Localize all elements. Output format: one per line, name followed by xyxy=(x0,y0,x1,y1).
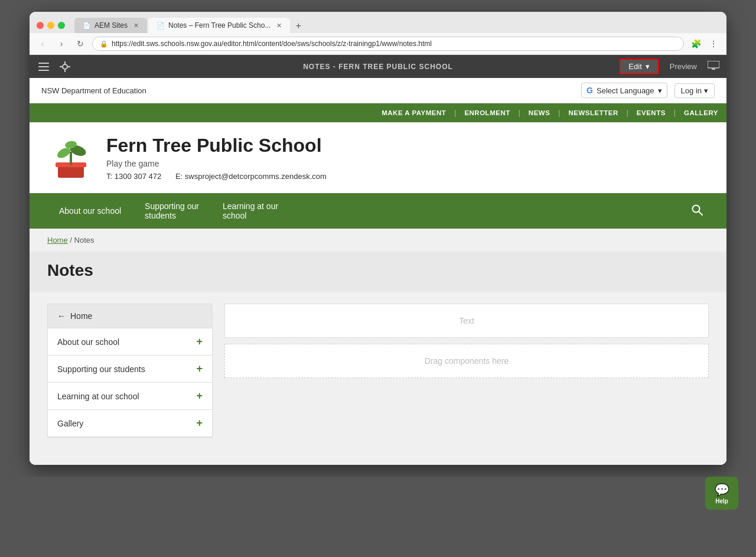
quick-link-newsletter[interactable]: NEWSLETTER xyxy=(560,103,626,122)
main-nav: About our school Supporting ourstudents … xyxy=(30,193,726,229)
svg-rect-0 xyxy=(38,63,49,64)
emulator-icon[interactable] xyxy=(708,61,719,73)
sidebar-about-label: About our school xyxy=(57,337,119,347)
tab-icon-active: 📄 xyxy=(157,22,165,30)
login-label: Log in xyxy=(681,86,702,95)
quick-link-events[interactable]: EVENTS xyxy=(628,103,674,122)
school-logo xyxy=(47,134,94,181)
breadcrumb: Home / Notes xyxy=(30,229,726,252)
login-button[interactable]: Log in ▾ xyxy=(674,83,715,98)
text-placeholder-label: Text xyxy=(459,316,474,325)
url-bar[interactable]: 🔒 https://edit.sws.schools.nsw.gov.au/ed… xyxy=(92,37,684,51)
edit-chevron-icon: ▾ xyxy=(646,62,650,71)
edit-label: Edit xyxy=(628,62,641,71)
sidebar-item-supporting[interactable]: Supporting our students + xyxy=(48,356,212,383)
page-title-section: Notes xyxy=(30,252,726,292)
school-email: E: swsproject@detcorpcomms.zendesk.com xyxy=(175,172,327,181)
aem-toolbar: NOTES - FERN TREE PUBLIC SCHOOL Edit ▾ P… xyxy=(30,55,726,78)
sidebar-gallery-label: Gallery xyxy=(57,419,83,428)
page-title: Notes xyxy=(47,261,709,280)
quick-link-enrolment[interactable]: ENROLMENT xyxy=(456,103,518,122)
quick-link-gallery[interactable]: GALLERY xyxy=(676,103,726,122)
sidebar-item-learning[interactable]: Learning at our school + xyxy=(48,383,212,410)
login-chevron-icon: ▾ xyxy=(704,86,708,95)
content-layout: ← Home About our school + Supporting our… xyxy=(30,292,726,449)
arrow-left-icon: ← xyxy=(57,311,66,321)
title-bar: 📄 AEM Sites ✕ 📄 Notes – Fern Tree Public… xyxy=(30,12,726,33)
drag-placeholder[interactable]: Drag components here xyxy=(224,344,709,378)
properties-icon[interactable] xyxy=(58,60,72,74)
tab-label: AEM Sites xyxy=(94,21,128,30)
sidebar-home-item[interactable]: ← Home xyxy=(48,304,212,328)
quick-link-payment[interactable]: MAKE A PAYMENT xyxy=(373,103,454,122)
fullscreen-traffic-light[interactable] xyxy=(58,22,65,29)
aem-toolbar-left xyxy=(37,60,72,74)
preview-button[interactable]: Preview xyxy=(664,60,703,73)
url-text: https://edit.sws.schools.nsw.gov.au/edit… xyxy=(112,40,676,48)
nav-item-learning-label: Learning at ourschool xyxy=(223,201,278,220)
tab-close-active-btn[interactable]: ✕ xyxy=(276,22,282,30)
nav-search-icon[interactable] xyxy=(685,198,709,224)
utility-bar-right: G Select Language ▾ Log in ▾ xyxy=(581,83,715,98)
nav-item-supporting[interactable]: Supporting ourstudents xyxy=(133,193,211,229)
browser-actions: 🧩 ⋮ xyxy=(689,37,721,51)
new-tab-button[interactable]: + xyxy=(291,19,305,33)
svg-line-17 xyxy=(699,211,702,215)
school-header: Fern Tree Public School Play the game T:… xyxy=(30,122,726,193)
school-tagline: Play the game xyxy=(106,159,338,168)
sidebar-gallery-add-icon[interactable]: + xyxy=(196,417,203,429)
close-traffic-light[interactable] xyxy=(37,22,44,29)
tab-icon: 📄 xyxy=(83,22,91,30)
google-g-icon: G xyxy=(586,86,593,95)
tab-notes[interactable]: 📄 Notes – Fern Tree Public Scho... ✕ xyxy=(148,18,290,33)
sidebar-item-gallery[interactable]: Gallery + xyxy=(48,410,212,437)
school-phone: T: 1300 307 472 xyxy=(106,172,161,181)
site-content: NSW Department of Education G Select Lan… xyxy=(30,78,726,465)
svg-rect-1 xyxy=(38,66,49,67)
text-placeholder[interactable]: Text xyxy=(224,304,709,338)
refresh-button[interactable]: ↻ xyxy=(73,37,87,51)
sidebar: ← Home About our school + Supporting our… xyxy=(47,304,213,438)
aem-toolbar-title: NOTES - FERN TREE PUBLIC SCHOOL xyxy=(303,63,453,71)
sidebar-learning-label: Learning at our school xyxy=(57,392,139,401)
nav-item-learning[interactable]: Learning at ourschool xyxy=(211,193,290,229)
tab-label-active: Notes – Fern Tree Public Scho... xyxy=(168,21,271,30)
sidebar-toggle-icon[interactable] xyxy=(37,60,51,74)
back-button[interactable]: ‹ xyxy=(35,37,50,51)
sidebar-about-add-icon[interactable]: + xyxy=(196,335,203,348)
sidebar-supporting-add-icon[interactable]: + xyxy=(196,363,203,375)
tab-close-btn[interactable]: ✕ xyxy=(133,22,139,30)
sidebar-home-label: Home xyxy=(70,311,92,321)
svg-rect-8 xyxy=(708,61,719,68)
translate-chevron-icon: ▾ xyxy=(658,86,662,95)
address-bar: ‹ › ↻ 🔒 https://edit.sws.schools.nsw.gov… xyxy=(30,33,726,55)
breadcrumb-separator: / xyxy=(70,236,74,245)
tabs-bar: 📄 AEM Sites ✕ 📄 Notes – Fern Tree Public… xyxy=(74,18,719,33)
forward-button[interactable]: › xyxy=(54,37,69,51)
school-name: Fern Tree Public School xyxy=(106,135,338,157)
tab-aem-sites[interactable]: 📄 AEM Sites ✕ xyxy=(74,18,147,33)
nav-item-about[interactable]: About our school xyxy=(47,198,133,224)
drag-placeholder-label: Drag components here xyxy=(425,356,509,366)
lock-icon: 🔒 xyxy=(100,40,108,48)
school-contact: T: 1300 307 472 E: swsproject@detcorpcom… xyxy=(106,172,338,181)
traffic-lights xyxy=(37,22,65,29)
more-options-icon[interactable]: ⋮ xyxy=(706,37,721,51)
quick-link-news[interactable]: NEWS xyxy=(520,103,559,122)
svg-rect-2 xyxy=(38,70,49,71)
breadcrumb-home[interactable]: Home xyxy=(47,236,68,245)
extensions-icon[interactable]: 🧩 xyxy=(689,37,703,51)
svg-rect-12 xyxy=(70,152,72,165)
edit-button[interactable]: Edit ▾ xyxy=(619,58,659,74)
breadcrumb-current: Notes xyxy=(74,236,94,245)
page-content: Home / Notes Notes ← Home About our scho… xyxy=(30,229,726,465)
sidebar-item-about[interactable]: About our school + xyxy=(48,328,212,356)
dept-name: NSW Department of Education xyxy=(41,86,146,95)
utility-bar: NSW Department of Education G Select Lan… xyxy=(30,78,726,103)
sidebar-learning-add-icon[interactable]: + xyxy=(196,390,203,402)
quick-links-bar: MAKE A PAYMENT | ENROLMENT | NEWS | NEWS… xyxy=(30,103,726,122)
google-translate-widget[interactable]: G Select Language ▾ xyxy=(581,83,667,98)
svg-point-3 xyxy=(63,64,67,69)
main-content-area: Text Drag components here xyxy=(224,304,709,438)
minimize-traffic-light[interactable] xyxy=(47,22,54,29)
